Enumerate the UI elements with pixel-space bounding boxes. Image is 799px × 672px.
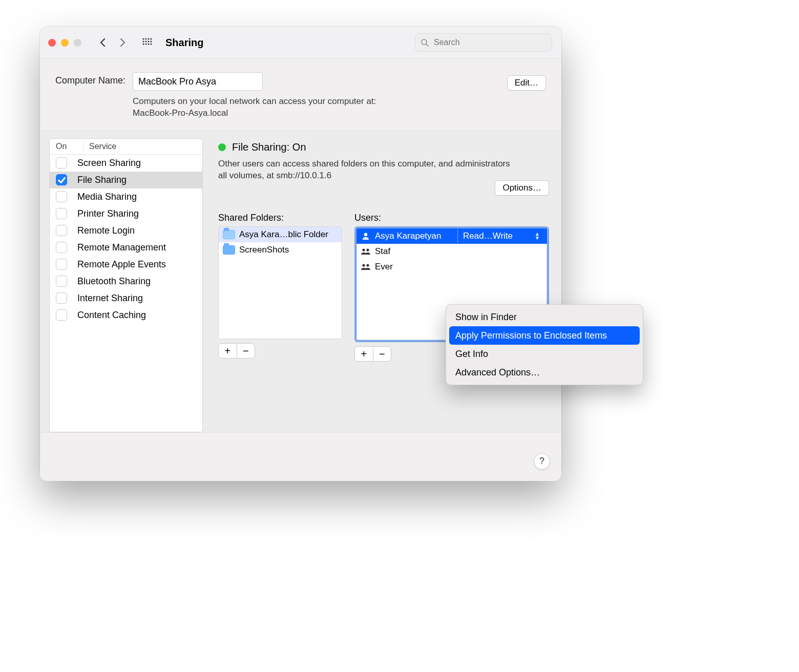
user-row[interactable]: Ever [356,259,547,275]
status-line: File Sharing: On [218,141,549,153]
service-label: Bluetooth Sharing [77,276,151,287]
preferences-window: Sharing Computer Name: Computers on your… [40,27,561,477]
service-checkbox[interactable] [56,208,67,219]
titlebar: Sharing [40,27,561,59]
service-row[interactable]: Content Caching [50,307,202,324]
user-label: Ever [375,262,393,272]
folder-icon [223,230,235,239]
service-checkbox[interactable] [56,157,67,169]
svg-point-10 [148,43,149,45]
nav-forward-button[interactable] [115,35,130,50]
service-row[interactable]: Bluetooth Sharing [50,273,202,290]
svg-point-11 [150,43,152,45]
service-row[interactable]: File Sharing [50,172,202,188]
svg-point-8 [142,43,144,45]
computer-name-section: Computer Name: Computers on your local n… [40,59,561,131]
service-checkbox[interactable] [56,276,67,287]
service-checkbox[interactable] [56,259,67,270]
remove-user-button[interactable]: − [373,347,391,361]
service-label: Content Caching [77,310,146,321]
service-row[interactable]: Remote Apple Events [50,256,202,273]
shared-folder-label: Asya Kara…blic Folder [239,229,328,240]
status-description: Other users can access shared folders on… [218,158,520,182]
service-row[interactable]: Printer Sharing [50,205,202,222]
services-header: On Service [50,139,202,155]
help-button[interactable]: ? [534,453,550,470]
service-checkbox[interactable] [56,309,67,321]
updown-icon: ▲▼ [535,232,540,240]
svg-point-9 [145,43,146,45]
service-detail: File Sharing: On Other users can access … [203,131,561,432]
context-menu-item[interactable]: Get Info [446,345,643,363]
computer-name-label: Computer Name: [55,75,125,86]
user-row[interactable]: Staf [356,244,547,259]
service-row[interactable]: Remote Login [50,222,202,239]
service-label: Remote Management [77,242,166,253]
nav-back-button[interactable] [96,35,110,50]
edit-hostname-button[interactable]: Edit… [507,75,546,91]
service-label: Remote Login [77,225,135,236]
service-label: Screen Sharing [77,158,141,169]
search-field[interactable] [415,33,552,52]
shared-folder-row[interactable]: Asya Kara…blic Folder [219,227,342,242]
show-all-button[interactable] [140,35,154,50]
status-indicator-icon [218,143,226,151]
shared-folder-label: ScreenShots [239,245,289,255]
options-button[interactable]: Options… [495,180,549,196]
minimize-window-button[interactable] [61,39,69,47]
svg-point-4 [142,40,144,42]
shared-folders-list[interactable]: Asya Kara…blic FolderScreenShots [218,226,342,339]
users-caption: Users: [354,213,549,223]
zoom-window-button[interactable] [74,39,81,47]
search-icon [420,38,429,47]
service-checkbox[interactable] [56,174,67,185]
person-icon [361,232,371,240]
shared-folders-section: Shared Folders: Asya Kara…blic FolderScr… [218,213,342,362]
search-input[interactable] [433,37,546,48]
context-menu-item[interactable]: Apply Permissions to Enclosed Items [449,326,640,345]
service-label: Remote Apple Events [77,259,166,270]
service-label: Printer Sharing [77,208,139,219]
user-label: Asya Karapetyan [375,231,441,241]
svg-point-0 [142,38,144,39]
user-label: Staf [375,246,390,257]
svg-point-17 [362,264,365,266]
status-title: File Sharing: On [232,141,306,153]
folder-icon [223,245,235,255]
computer-name-input[interactable] [133,72,263,91]
footer: ? [40,432,561,481]
svg-point-7 [150,40,152,42]
permission-value: Read…Write [463,231,513,241]
group-icon [361,263,371,271]
service-label: Media Sharing [77,192,137,202]
col-service-label: Service [84,142,116,151]
service-row[interactable]: Media Sharing [50,188,202,205]
service-checkbox[interactable] [56,292,67,304]
service-checkbox[interactable] [56,191,67,202]
context-menu-item[interactable]: Show in Finder [446,308,643,326]
add-folder-button[interactable]: + [219,344,237,358]
svg-point-14 [364,233,367,236]
context-menu: Show in FinderApply Permissions to Enclo… [446,304,643,385]
context-menu-item[interactable]: Advanced Options… [446,363,643,382]
service-row[interactable]: Remote Management [50,239,202,256]
svg-point-18 [366,264,369,266]
svg-point-6 [148,40,149,42]
col-on-label: On [50,142,84,151]
svg-point-5 [145,40,146,42]
svg-point-2 [148,38,149,39]
add-user-button[interactable]: + [355,347,373,361]
shared-folder-row[interactable]: ScreenShots [219,242,342,258]
services-list: On Service Screen SharingFile SharingMed… [49,138,203,432]
shared-folders-caption: Shared Folders: [218,213,342,223]
close-window-button[interactable] [48,39,56,47]
users-add-remove: + − [354,346,391,362]
service-row[interactable]: Internet Sharing [50,290,202,307]
permission-dropdown[interactable]: Read…Write▲▼ [457,229,543,243]
service-row[interactable]: Screen Sharing [50,155,202,172]
remove-folder-button[interactable]: − [237,344,255,358]
service-checkbox[interactable] [56,225,67,236]
service-checkbox[interactable] [56,242,67,253]
service-label: Internet Sharing [77,293,143,304]
user-row[interactable]: Asya KarapetyanRead…Write▲▼ [356,228,547,244]
